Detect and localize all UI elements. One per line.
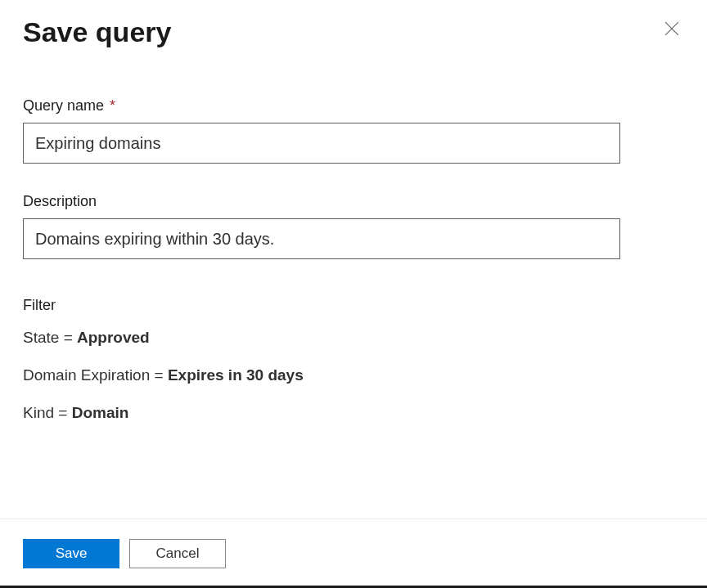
close-icon [664, 21, 679, 36]
filter-key: State [23, 329, 59, 346]
filter-operator: = [64, 329, 73, 346]
filter-section: Filter State = Approved Domain Expiratio… [23, 297, 684, 442]
query-name-label-text: Query name [23, 97, 104, 114]
save-query-dialog: Save query Query name * Description Filt… [0, 0, 707, 588]
cancel-button[interactable]: Cancel [129, 539, 226, 568]
dialog-header: Save query [23, 16, 684, 48]
filter-operator: = [155, 366, 164, 384]
close-button[interactable] [660, 16, 684, 41]
query-name-input[interactable] [23, 123, 620, 164]
query-name-label: Query name * [23, 97, 684, 114]
filter-key: Domain Expiration [23, 366, 150, 384]
filter-row-domain-expiration: Domain Expiration = Expires in 30 days [23, 366, 684, 384]
save-button[interactable]: Save [23, 539, 119, 568]
description-field: Description [23, 193, 684, 259]
dialog-title: Save query [23, 16, 171, 48]
query-name-field: Query name * [23, 97, 684, 164]
filter-row-state: State = Approved [23, 329, 684, 347]
filter-value: Expires in 30 days [168, 366, 304, 384]
filter-value: Approved [77, 329, 150, 346]
description-input[interactable] [23, 218, 620, 259]
description-label: Description [23, 193, 684, 210]
filter-value: Domain [72, 404, 129, 421]
filter-key: Kind [23, 404, 54, 421]
filter-row-kind: Kind = Domain [23, 404, 684, 422]
filter-operator: = [58, 404, 67, 421]
filter-section-label: Filter [23, 297, 684, 314]
required-indicator: * [110, 97, 115, 114]
dialog-footer: Save Cancel [0, 518, 707, 588]
